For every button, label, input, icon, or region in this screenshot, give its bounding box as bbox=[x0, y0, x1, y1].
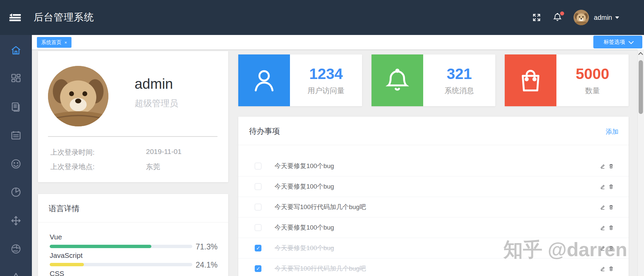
user-icon bbox=[238, 54, 290, 106]
last-login-place-value: 东莞 bbox=[146, 162, 160, 171]
edit-icon[interactable] bbox=[600, 163, 605, 169]
pie-chart-icon bbox=[10, 187, 21, 198]
profile-card: admin 超级管理员 上次登录时间: 2019-11-01 上次登录地点: 东… bbox=[38, 51, 228, 182]
todo-checkbox[interactable] bbox=[255, 183, 261, 190]
vertical-scrollbar[interactable] bbox=[637, 49, 644, 276]
stat-card-messages: 321 系统消息 bbox=[371, 54, 495, 106]
todo-checkbox[interactable] bbox=[255, 224, 261, 231]
stat-card-visits: 1234 用户访问量 bbox=[238, 54, 362, 106]
sidebar-item-warning[interactable] bbox=[0, 272, 32, 276]
delete-icon[interactable] bbox=[608, 266, 614, 271]
todo-checkbox[interactable] bbox=[255, 265, 261, 272]
tab-system-home[interactable]: 系统首页 × bbox=[37, 37, 71, 48]
sidebar-item-emoji[interactable] bbox=[0, 158, 32, 169]
todo-list: 今天要修复100个bug 今天要修复100个bug 今天要写100行代码加几个b… bbox=[238, 156, 629, 276]
todo-text: 今天要写100行代码加几个bug吧 bbox=[275, 203, 366, 211]
delete-icon[interactable] bbox=[608, 225, 614, 230]
todo-checkbox[interactable] bbox=[255, 204, 261, 210]
move-arrows-icon bbox=[10, 215, 21, 226]
grid-icon bbox=[10, 73, 21, 84]
main-content: 系统首页 × 标签选项 admin 超级管理员 上次登录时间: 2019-11-… bbox=[32, 35, 644, 276]
delete-icon[interactable] bbox=[608, 184, 614, 189]
notification-badge bbox=[560, 11, 564, 15]
profile-avatar bbox=[48, 66, 108, 126]
profile-divider bbox=[48, 136, 217, 137]
progress-bar-javascript bbox=[50, 263, 192, 266]
tag-options-button[interactable]: 标签选项 bbox=[593, 36, 642, 48]
app-title: 后台管理系统 bbox=[34, 11, 94, 24]
globe-icon bbox=[10, 243, 21, 254]
todo-add-link[interactable]: 添加 bbox=[606, 127, 618, 136]
language-card-title: 语言详情 bbox=[49, 203, 80, 214]
header-right: admin bbox=[532, 10, 619, 25]
sidebar-item-international[interactable] bbox=[0, 243, 32, 254]
language-percent: 24.1% bbox=[196, 261, 221, 270]
delete-icon[interactable] bbox=[608, 204, 614, 210]
todo-item: 今天要修复100个bug bbox=[238, 156, 629, 176]
header-username[interactable]: admin bbox=[594, 14, 612, 22]
edit-icon[interactable] bbox=[600, 245, 605, 251]
stat-label: 系统消息 bbox=[445, 86, 474, 96]
todo-item: 今天要写100行代码加几个bug吧 bbox=[238, 259, 629, 276]
stat-card-quantity: 5000 数量 bbox=[505, 54, 629, 106]
warning-triangle-icon bbox=[10, 272, 21, 276]
delete-icon[interactable] bbox=[608, 163, 614, 169]
last-login-time-label: 上次登录时间: bbox=[50, 148, 95, 157]
todo-checkbox[interactable] bbox=[255, 245, 261, 251]
notifications-button[interactable] bbox=[553, 13, 562, 22]
chevron-down-icon bbox=[628, 39, 634, 44]
todo-checkbox[interactable] bbox=[255, 163, 261, 169]
sidebar bbox=[0, 35, 32, 276]
todo-text: 今天要修复100个bug bbox=[275, 223, 334, 232]
todo-text: 今天要写100行代码加几个bug吧 bbox=[275, 264, 366, 273]
shopping-bag-icon bbox=[505, 54, 556, 106]
sidebar-item-home[interactable] bbox=[0, 44, 32, 56]
calendar-icon bbox=[10, 130, 21, 141]
stat-value: 1234 bbox=[309, 65, 343, 83]
documents-icon bbox=[10, 102, 21, 113]
stat-label: 用户访问量 bbox=[308, 86, 345, 96]
language-detail-card: 语言详情 Vue 71.3% JavaScript 24.1% CSS bbox=[38, 194, 228, 276]
todo-item: 今天要写100行代码加几个bug吧 bbox=[238, 197, 629, 218]
divider bbox=[38, 222, 228, 223]
todo-card-title: 待办事项 bbox=[249, 126, 280, 136]
stat-label: 数量 bbox=[585, 86, 600, 96]
home-icon bbox=[10, 45, 21, 56]
profile-name: admin bbox=[135, 76, 173, 92]
sidebar-item-documents[interactable] bbox=[0, 101, 32, 113]
todo-text: 今天要修复100个bug bbox=[275, 244, 334, 252]
app-header: 后台管理系统 admin bbox=[0, 0, 644, 35]
profile-role: 超级管理员 bbox=[135, 97, 178, 109]
scroll-up-arrow-icon[interactable] bbox=[638, 52, 643, 57]
delete-icon[interactable] bbox=[608, 245, 614, 251]
chevron-down-icon[interactable] bbox=[615, 16, 619, 19]
bell-icon bbox=[371, 54, 423, 106]
tab-close-icon[interactable]: × bbox=[64, 40, 67, 45]
edit-icon[interactable] bbox=[600, 184, 605, 189]
tab-bar: 系统首页 × 标签选项 bbox=[32, 35, 644, 49]
stat-value: 5000 bbox=[576, 65, 609, 83]
divider bbox=[238, 145, 629, 145]
sidebar-item-dashboard[interactable] bbox=[0, 73, 32, 84]
tab-label: 系统首页 bbox=[41, 39, 61, 46]
stat-value: 321 bbox=[447, 65, 472, 83]
last-login-place-label: 上次登录地点: bbox=[50, 162, 95, 171]
language-name: Vue bbox=[50, 233, 62, 241]
sidebar-item-charts[interactable] bbox=[0, 186, 32, 198]
avatar[interactable] bbox=[574, 10, 589, 25]
smiley-icon bbox=[10, 158, 21, 169]
edit-icon[interactable] bbox=[600, 266, 605, 271]
progress-bar-vue bbox=[50, 245, 192, 248]
language-percent: 71.3% bbox=[196, 242, 221, 251]
edit-icon[interactable] bbox=[600, 225, 605, 230]
menu-fold-icon[interactable] bbox=[9, 12, 21, 23]
edit-icon[interactable] bbox=[600, 204, 605, 210]
stats-row: 1234 用户访问量 321 系统消息 5000 数量 bbox=[238, 54, 629, 106]
tag-options-label: 标签选项 bbox=[604, 39, 625, 46]
todo-text: 今天要修复100个bug bbox=[275, 162, 334, 170]
scrollbar-thumb[interactable] bbox=[639, 60, 643, 114]
fullscreen-icon[interactable] bbox=[532, 13, 541, 22]
todo-text: 今天要修复100个bug bbox=[275, 182, 334, 191]
sidebar-item-drag[interactable] bbox=[0, 215, 32, 226]
sidebar-item-calendar[interactable] bbox=[0, 129, 32, 141]
